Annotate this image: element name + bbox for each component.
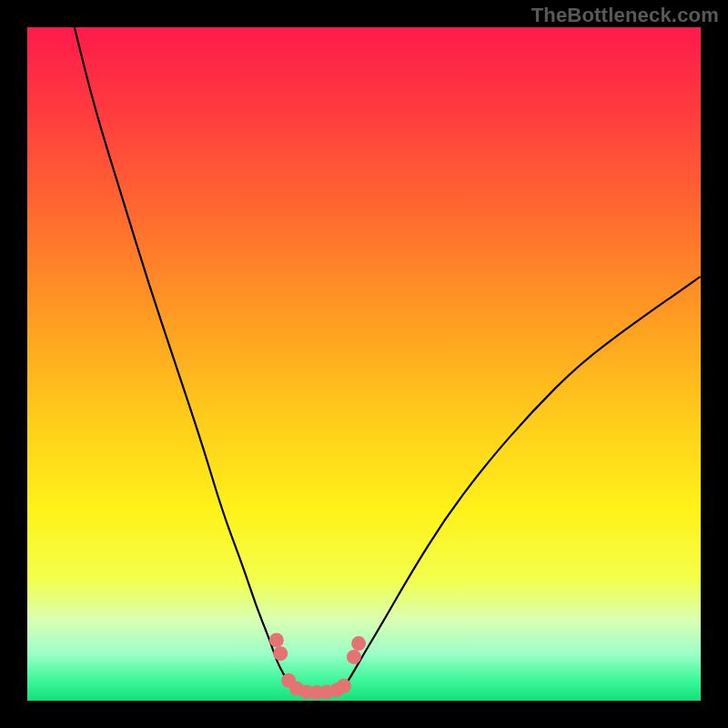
watermark-text: TheBottleneck.com [531,4,719,27]
marker-dot [337,679,351,693]
marker-dot [347,650,361,664]
gradient-background [27,27,701,701]
chart-frame: TheBottleneck.com [0,0,728,728]
marker-dot [351,636,366,651]
chart-plot [27,27,701,701]
marker-dot [269,632,284,647]
marker-dot [273,646,288,661]
